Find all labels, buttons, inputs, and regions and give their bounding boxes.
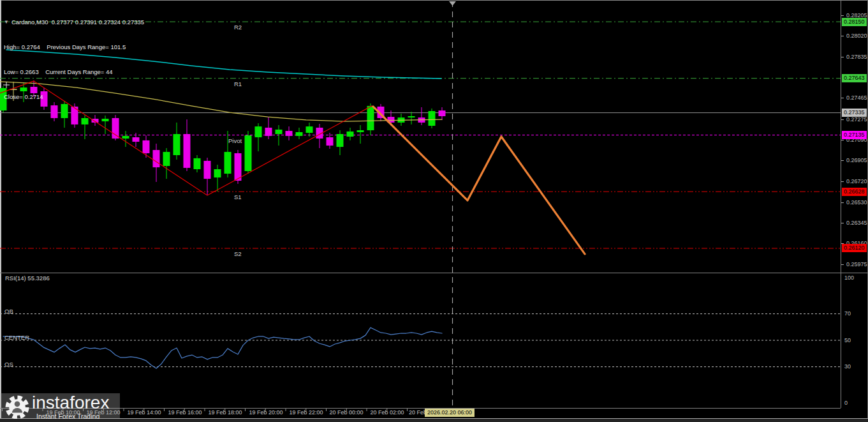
gear-person-icon xyxy=(5,395,29,419)
price-badge: 0.27643 xyxy=(842,74,867,82)
rsi-indicator-label: RSI(14) 55.3286 xyxy=(5,275,50,282)
rsi-axis-label: 30 xyxy=(844,363,851,370)
window-bottom-strip xyxy=(0,419,868,422)
candle-body[interactable] xyxy=(255,126,262,137)
high-range-text: High= 0.2764 Previous Days Range= 101.5 xyxy=(4,43,144,51)
price-tick-mark xyxy=(841,140,844,140)
orange-forecast-line xyxy=(373,107,585,254)
vline-top-marker xyxy=(449,1,456,6)
price-tick-mark xyxy=(841,119,844,120)
price-tick-label: 0.27465 xyxy=(846,94,867,102)
rsi-axis-label: 100 xyxy=(844,275,854,282)
candle-body[interactable] xyxy=(122,136,129,139)
rsi-axis-label: 0 xyxy=(844,400,848,407)
level-label-s1: S1 xyxy=(234,193,242,200)
candle-body[interactable] xyxy=(224,152,232,174)
rsi-axis-label: 70 xyxy=(844,310,851,317)
candle-body[interactable] xyxy=(327,137,334,146)
candle-body[interactable] xyxy=(143,140,150,153)
price-tick-mark xyxy=(841,160,844,161)
rsi-zone-label-os: OS xyxy=(4,361,13,368)
candle-body[interactable] xyxy=(133,137,140,142)
price-badge: 0.27135 xyxy=(842,131,867,139)
price-tick-mark xyxy=(841,202,844,203)
candle-body[interactable] xyxy=(347,132,354,137)
rsi-line xyxy=(3,328,442,368)
candle-body[interactable] xyxy=(286,131,293,136)
candle-body[interactable] xyxy=(163,152,170,166)
candle-body[interactable] xyxy=(276,130,283,134)
candle-body[interactable] xyxy=(102,119,109,121)
candle-body[interactable] xyxy=(214,169,221,177)
low-range-text: Low= 0.2663 Current Days Range= 44 xyxy=(4,68,144,76)
price-tick-mark xyxy=(841,264,844,265)
candle-body[interactable] xyxy=(439,110,446,116)
price-badge: 0.26628 xyxy=(842,188,867,196)
candle-body[interactable] xyxy=(112,118,119,139)
instaforex-logo: instaforex Instant Forex Trading xyxy=(0,393,120,420)
candle-body[interactable] xyxy=(245,135,252,171)
price-badge: 0.28150 xyxy=(842,18,867,26)
price-tick-label: 0.27275 xyxy=(846,116,867,123)
price-tick-label: 0.26345 xyxy=(846,220,867,227)
candle-body[interactable] xyxy=(306,126,313,133)
logo-name: instaforex xyxy=(32,393,109,413)
candle-body[interactable] xyxy=(184,134,191,168)
time-label: 20 Feb 00:00 xyxy=(329,409,363,416)
symbol-dropdown-icon[interactable]: ▼ xyxy=(4,18,9,26)
time-label: 20 Feb 02:00 xyxy=(370,409,404,416)
chart-title-block: ▼Cardano,M30 0.27377 0.27391 0.27324 0.2… xyxy=(4,1,144,117)
candle-body[interactable] xyxy=(337,134,344,147)
level-label-r1: R1 xyxy=(234,80,242,87)
candle-body[interactable] xyxy=(204,161,211,179)
time-label: 19 Feb 16:00 xyxy=(168,409,202,416)
close-text: Close= 0.2714 xyxy=(4,93,144,101)
candle-body[interactable] xyxy=(265,128,272,136)
mt4-chart-window: ▼Cardano,M30 0.27377 0.27391 0.27324 0.2… xyxy=(0,0,868,422)
candle-body[interactable] xyxy=(153,150,160,167)
level-label-r2: R2 xyxy=(234,24,242,31)
candle-body[interactable] xyxy=(367,106,374,130)
time-label: 19 Feb 14:00 xyxy=(127,409,161,416)
vline-date-badge: 2026.02.20 06:00 xyxy=(425,409,474,417)
price-badge: 0.27335 xyxy=(842,109,867,117)
symbol-ohlc-text: Cardano,M30 0.27377 0.27391 0.27324 0.27… xyxy=(11,18,144,26)
candle-body[interactable] xyxy=(429,111,436,126)
price-tick-mark xyxy=(841,15,844,16)
price-tick-mark xyxy=(841,98,844,98)
candle-body[interactable] xyxy=(408,116,415,117)
candle-body[interactable] xyxy=(82,118,89,124)
price-tick-label: 0.27835 xyxy=(846,54,867,61)
time-label-truncated: 20 Feb 04:00 xyxy=(409,409,425,416)
candle-body[interactable] xyxy=(296,132,303,136)
rsi-zone-label-ob: OB xyxy=(4,308,13,315)
price-tick-label: 0.26530 xyxy=(846,199,867,206)
rsi-axis-label: 50 xyxy=(844,337,851,344)
candle-body[interactable] xyxy=(357,130,364,132)
candle-body[interactable] xyxy=(173,134,180,155)
candle-body[interactable] xyxy=(194,158,201,169)
price-tick-label: 0.25975 xyxy=(846,261,867,268)
price-tick-label: 0.26720 xyxy=(846,178,867,185)
rsi-zone-label-center: CENTER xyxy=(4,334,29,341)
window-left-border xyxy=(0,0,1,422)
price-tick-mark xyxy=(841,36,844,36)
price-badge: 0.26120 xyxy=(842,244,867,252)
level-label-pivot: Pivot xyxy=(228,137,242,144)
price-tick-mark xyxy=(841,57,844,57)
price-tick-mark xyxy=(841,223,844,223)
time-label: 19 Feb 18:00 xyxy=(208,409,242,416)
time-label: 19 Feb 22:00 xyxy=(289,409,323,416)
price-tick-mark xyxy=(841,181,844,182)
price-tick-label: 0.26905 xyxy=(846,157,867,164)
price-tick-label: 0.28020 xyxy=(846,33,867,40)
level-label-s2: S2 xyxy=(234,250,242,257)
candle-body[interactable] xyxy=(235,153,242,181)
time-label: 19 Feb 20:00 xyxy=(249,409,283,416)
